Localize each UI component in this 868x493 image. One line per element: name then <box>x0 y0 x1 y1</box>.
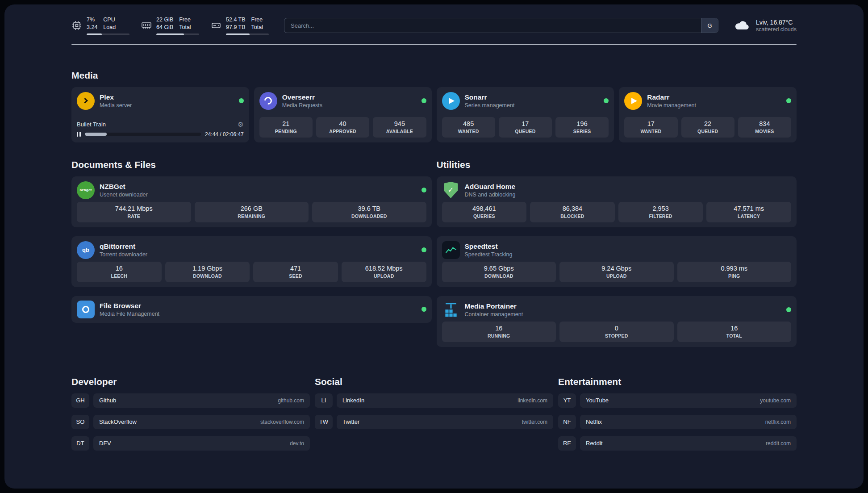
service-name: Radarr <box>647 93 781 101</box>
section-title-entertainment: Entertainment <box>558 376 797 387</box>
service-card-filebrowser[interactable]: File Browser Media File Management <box>71 296 432 323</box>
bookmark-reddit[interactable]: RE Redditreddit.com <box>558 436 797 451</box>
disk-widget: 52.4 TB 97.9 TB Free Total <box>211 16 269 35</box>
stat-label: DOWNLOAD <box>444 273 555 279</box>
status-dot <box>239 98 244 103</box>
stat-value: 834 <box>740 120 789 127</box>
stat-tile: 47.571 msLATENCY <box>706 202 791 222</box>
cpu-chip-icon <box>71 20 82 31</box>
portainer-icon <box>442 301 460 319</box>
overseerr-icon <box>259 92 277 110</box>
playback-progress-bar[interactable] <box>85 133 201 136</box>
stat-value: 21 <box>261 120 311 127</box>
stat-label: TOTAL <box>679 333 790 338</box>
stat-value: 17 <box>626 120 676 127</box>
bookmark-name: Netflix <box>586 418 602 425</box>
disk-icon <box>211 20 221 31</box>
stat-value: 485 <box>444 120 493 127</box>
stat-label: QUEUED <box>683 129 733 134</box>
service-card-plex[interactable]: Plex Media server Bullet Train ⚙ 24:44 /… <box>71 87 249 142</box>
stat-tile: 266 GBREMAINING <box>195 202 309 222</box>
stat-value: 9.65 Gbps <box>444 265 555 272</box>
sonarr-icon <box>442 92 460 110</box>
service-name: Media Portainer <box>465 302 782 310</box>
bookmark-name: Github <box>99 397 116 404</box>
service-name: AdGuard Home <box>465 183 792 191</box>
stat-tile: 16LEECH <box>77 262 162 282</box>
cpu-percent: 7% <box>87 16 97 23</box>
bookmark-youtube[interactable]: YT YouTubeyoutube.com <box>558 393 797 408</box>
status-dot <box>421 247 426 252</box>
stat-tile: 744.21 MbpsRATE <box>77 202 191 222</box>
section-title-social: Social <box>315 376 553 387</box>
bookmark-url: netflix.com <box>765 419 791 425</box>
stat-value: 39.6 TB <box>314 205 425 212</box>
bookmark-dev[interactable]: DT DEVdev.to <box>71 436 310 451</box>
cpu-progress-bar <box>87 33 129 35</box>
stat-label: QUERIES <box>444 213 525 219</box>
service-card-nzbget[interactable]: nzbget NZBGet Usenet downloader 744.21 M… <box>71 176 432 227</box>
stat-value: 2,953 <box>620 205 701 212</box>
stat-value: 40 <box>318 120 367 127</box>
qbittorrent-icon: qb <box>77 241 95 259</box>
service-card-speedtest[interactable]: Speedtest Speedtest Tracking 9.65 GbpsDO… <box>437 236 797 287</box>
dashboard-panel: 7% 3.24 CPU Load <box>4 4 864 489</box>
service-card-sonarr[interactable]: Sonarr Series management 485WANTED 17QUE… <box>437 87 614 142</box>
status-dot <box>786 98 791 103</box>
weather-condition: scattered clouds <box>756 26 797 33</box>
service-subtitle: Container management <box>465 311 782 318</box>
bookmark-url: github.com <box>278 397 304 404</box>
service-card-portainer[interactable]: Media Portainer Container management 16R… <box>437 296 797 347</box>
service-card-qbittorrent[interactable]: qb qBittorrent Torrent downloader 16LEEC… <box>71 236 432 287</box>
search-engine-button[interactable]: G <box>701 18 718 33</box>
search-input[interactable] <box>284 18 701 33</box>
disk-free-label: Free <box>251 16 263 23</box>
stat-tile: 86,384BLOCKED <box>530 202 615 222</box>
stat-label: PING <box>679 273 790 279</box>
service-card-overseerr[interactable]: Overseerr Media Requests 21PENDING 40APP… <box>254 87 432 142</box>
service-name: NZBGet <box>100 183 417 191</box>
service-subtitle: Media File Management <box>100 311 417 317</box>
stat-tile: 196SERIES <box>555 117 609 138</box>
service-name: Speedtest <box>465 242 792 251</box>
cpu-widget: 7% 3.24 CPU Load <box>71 16 129 35</box>
cpu-labels: CPU Load <box>103 16 116 31</box>
gear-icon[interactable]: ⚙ <box>238 121 243 128</box>
bookmark-name: YouTube <box>586 397 609 404</box>
stat-value: 1.19 Gbps <box>167 265 248 272</box>
cpu-progress-fill <box>87 33 102 35</box>
stat-label: UPLOAD <box>343 273 425 279</box>
bookmark-url: stackoverflow.com <box>260 419 304 425</box>
stat-tile: 0.993 msPING <box>677 262 792 282</box>
bookmark-stackoverflow[interactable]: SO StackOverflowstackoverflow.com <box>71 415 310 429</box>
weather-widget: Lviv, 16.87°C scattered clouds <box>734 19 797 33</box>
bookmark-netflix[interactable]: NF Netflixnetflix.com <box>558 415 797 429</box>
bookmark-abbr: TW <box>315 415 333 429</box>
memory-values: 22 GiB 64 GiB <box>156 16 173 31</box>
stat-tile: 0STOPPED <box>559 322 674 342</box>
bookmark-abbr: SO <box>71 415 89 429</box>
service-card-adguard[interactable]: ✓ AdGuard Home DNS and adblocking 498,46… <box>437 176 797 227</box>
stat-value: 266 GB <box>196 205 307 212</box>
stat-label: LATENCY <box>708 213 789 219</box>
memory-progress-fill <box>156 33 184 35</box>
service-name: File Browser <box>100 302 417 310</box>
header-divider <box>71 44 797 45</box>
bookmark-linkedin[interactable]: LI LinkedInlinkedin.com <box>315 393 553 408</box>
stat-label: DOWNLOAD <box>167 273 248 279</box>
cpu-values: 7% 3.24 <box>87 16 97 31</box>
stat-label: BLOCKED <box>532 213 613 219</box>
pause-icon[interactable] <box>77 132 81 137</box>
now-playing-title: Bullet Train <box>77 121 106 128</box>
bookmark-name: Twitter <box>342 418 359 425</box>
bookmark-abbr: GH <box>71 393 89 408</box>
stat-label: STOPPED <box>561 333 672 338</box>
bookmark-abbr: NF <box>558 415 576 429</box>
stat-label: QUEUED <box>501 129 550 134</box>
bookmark-twitter[interactable]: TW Twittertwitter.com <box>315 415 553 429</box>
service-card-radarr[interactable]: Radarr Movie management 17WANTED 22QUEUE… <box>619 87 797 142</box>
stat-label: RATE <box>79 213 189 219</box>
bookmark-abbr: YT <box>558 393 576 408</box>
bookmark-name: Reddit <box>586 440 603 447</box>
bookmark-github[interactable]: GH Githubgithub.com <box>71 393 310 408</box>
